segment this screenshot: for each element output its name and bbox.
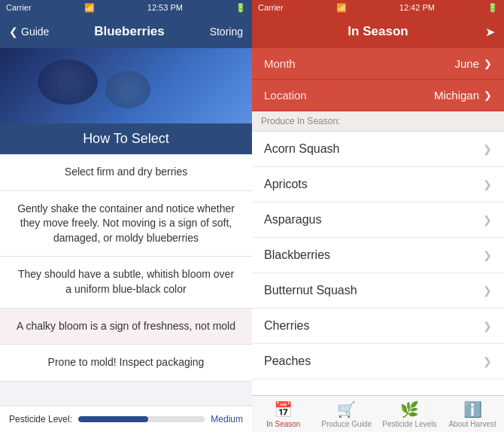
content-item-2: They should have a subtle, whitish bloom… [0, 257, 252, 308]
produce-item-4[interactable]: Butternut Squash ❯ [252, 273, 504, 309]
content-item-3: A chalky bloom is a sign of freshness, n… [0, 309, 252, 345]
back-button[interactable]: ❮ Guide [9, 26, 49, 38]
left-carrier: Carrier [6, 3, 32, 12]
location-chevron-icon: ❯ [484, 90, 492, 101]
produce-name-5: Cherries [264, 319, 309, 333]
produce-item-1[interactable]: Apricots ❯ [252, 167, 504, 202]
location-label: Location [264, 89, 307, 102]
produce-name-0: Acorn Squash [264, 142, 340, 156]
month-chevron-icon: ❯ [484, 58, 492, 69]
produce-item-3[interactable]: Blackberries ❯ [252, 238, 504, 273]
pesticide-progress [78, 416, 205, 422]
left-nav-bar: ❮ Guide Blueberries Storing [0, 15, 252, 48]
produce-item-0[interactable]: Acorn Squash ❯ [252, 132, 504, 167]
location-filter[interactable]: Location Michigan ❯ [252, 80, 504, 111]
right-wifi-icon: 📶 [336, 3, 347, 13]
produce-name-3: Blackberries [264, 248, 330, 262]
produce-list: Acorn Squash ❯ Apricots ❯ Asparagus ❯ Bl… [252, 132, 504, 395]
left-panel: Carrier 📶 12:53 PM 🔋 ❮ Guide Blueberries… [0, 0, 252, 432]
left-status-bar: Carrier 📶 12:53 PM 🔋 [0, 0, 252, 15]
hero-image [0, 48, 252, 123]
produce-chevron-4: ❯ [483, 284, 492, 297]
tab-about-harvest[interactable]: ℹ️ About Harvest [441, 396, 504, 432]
produce-name-2: Asparagus [264, 213, 322, 227]
produce-chevron-1: ❯ [483, 178, 492, 190]
produce-chevron-5: ❯ [483, 320, 492, 332]
pesticide-bar: Pesticide Level: Medium [0, 406, 252, 432]
right-nav-title: In Season [348, 24, 408, 39]
right-status-bar: Carrier 📶 12:42 PM 🔋 [252, 0, 504, 15]
produce-name-6: Peaches [264, 354, 311, 368]
produce-name-4: Butternut Squash [264, 284, 357, 297]
left-time: 12:53 PM [147, 3, 183, 12]
content-item-4: Prone to mold! Inspect packaging [0, 345, 252, 382]
tab-label-1: Produce Guide [321, 420, 372, 428]
month-value: June [454, 57, 479, 70]
produce-chevron-6: ❯ [483, 355, 492, 367]
tab-in-season[interactable]: 📅 In Season [252, 396, 315, 432]
left-battery-icon: 🔋 [235, 3, 246, 13]
produce-item-5[interactable]: Cherries ❯ [252, 309, 504, 344]
content-area: Select firm and dry berries Gently shake… [0, 154, 252, 406]
month-filter[interactable]: Month June ❯ [252, 48, 504, 80]
back-label: Guide [21, 26, 49, 38]
month-value-row: June ❯ [454, 57, 492, 70]
location-value: Michigan [434, 89, 479, 102]
content-item-0: Select firm and dry berries [0, 154, 252, 191]
nav-title: Blueberries [94, 24, 165, 39]
right-panel: Carrier 📶 12:42 PM 🔋 In Season ➤ Month J… [252, 0, 504, 432]
right-nav-bar: In Season ➤ [252, 15, 504, 48]
leaf-icon: 🌿 [400, 400, 419, 418]
tab-label-3: About Harvest [448, 420, 496, 428]
info-icon: ℹ️ [463, 400, 482, 418]
produce-section-label: Produce In Season: [252, 111, 504, 132]
tab-label-0: In Season [266, 420, 300, 428]
section-header: How To Select [0, 123, 252, 154]
right-time: 12:42 PM [399, 3, 435, 12]
cart-icon: 🛒 [337, 400, 356, 418]
tab-produce-guide[interactable]: 🛒 Produce Guide [315, 396, 378, 432]
produce-chevron-3: ❯ [483, 249, 492, 261]
right-carrier: Carrier [258, 3, 284, 12]
tab-bar: 📅 In Season 🛒 Produce Guide 🌿 Pesticide … [252, 395, 504, 432]
calendar-icon: 📅 [274, 400, 293, 418]
location-button[interactable]: ➤ [485, 25, 495, 39]
produce-name-1: Apricots [264, 178, 308, 191]
month-label: Month [264, 57, 296, 70]
pesticide-fill [78, 416, 148, 422]
pesticide-level-label: Medium [211, 414, 243, 424]
produce-chevron-0: ❯ [483, 143, 492, 155]
chevron-left-icon: ❮ [9, 26, 18, 38]
produce-chevron-2: ❯ [483, 214, 492, 226]
left-wifi-icon: 📶 [84, 3, 95, 13]
right-battery-icon: 🔋 [487, 3, 498, 13]
location-value-row: Michigan ❯ [434, 89, 492, 102]
tab-pesticide-levels[interactable]: 🌿 Pesticide Levels [378, 396, 442, 432]
storing-button[interactable]: Storing [210, 26, 243, 38]
content-item-1: Gently shake the container and notice wh… [0, 191, 252, 257]
produce-item-6[interactable]: Peaches ❯ [252, 344, 504, 379]
produce-item-2[interactable]: Asparagus ❯ [252, 202, 504, 238]
pesticide-label: Pesticide Level: [9, 414, 72, 424]
tab-label-2: Pesticide Levels [382, 420, 436, 428]
